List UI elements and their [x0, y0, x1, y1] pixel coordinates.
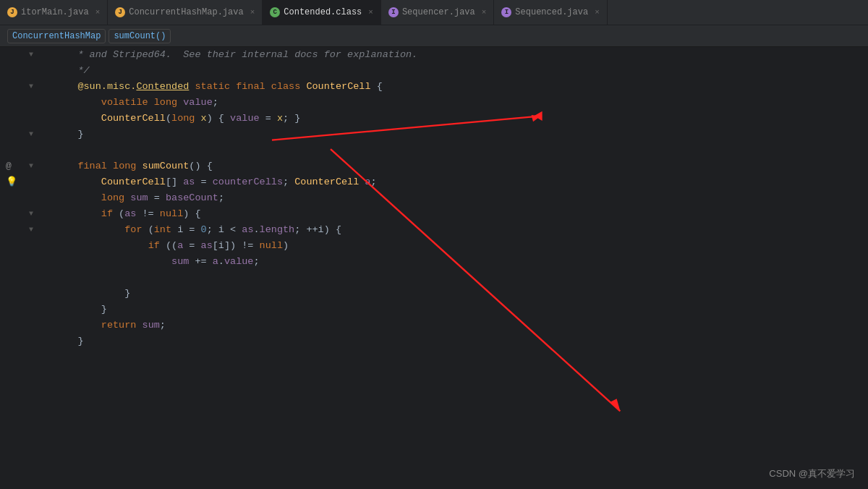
gutter-line-12: ▼ — [0, 222, 41, 238]
gutter-line-4 — [0, 95, 41, 111]
editor-area: ▼ ▼ ▼ @ ▼ 💡 ▼ ▼ — [0, 47, 868, 489]
code-comma-12: ; ++i) { — [294, 222, 341, 238]
close-tab-sequenced[interactable]: × — [595, 8, 600, 17]
code-line-4: volatile long value ; — [54, 95, 861, 111]
tab-sequenced[interactable]: I Sequenced.java × — [494, 0, 607, 25]
code-editor[interactable]: * and Striped64. See their internal docs… — [47, 47, 868, 489]
code-line-8: final long sumCount () { — [54, 158, 861, 174]
gutter-line-2 — [0, 63, 41, 79]
code-indent-4 — [54, 95, 101, 111]
code-kw-null2: null — [260, 238, 283, 254]
code-eq-5: = — [260, 111, 277, 127]
code-line-13: if (( a = as [i]) != null ) — [54, 238, 861, 254]
code-var-sum2: sum — [171, 254, 189, 270]
tab-iteratormain[interactable]: J itorMain.java × — [0, 0, 108, 25]
code-var-a3: a — [213, 254, 218, 270]
gutter-line-13 — [0, 238, 41, 254]
code-space-3b — [230, 79, 236, 95]
code-param-x: x — [201, 111, 207, 127]
fold-arrow-1[interactable]: ▼ — [29, 47, 33, 63]
code-comment-2: */ — [54, 63, 90, 79]
close-tab-concurrenthashmap[interactable]: × — [250, 8, 255, 17]
code-field-aslength: as — [242, 222, 253, 238]
close-tab-contended[interactable]: × — [368, 8, 373, 17]
code-class-countercell: CounterCell — [306, 79, 370, 95]
code-arr-9: [] — [166, 174, 183, 190]
fold-arrow-6[interactable]: ▼ — [29, 127, 33, 143]
code-line-19: } — [54, 333, 861, 349]
gutter-line-7 — [0, 143, 41, 158]
code-paren-13: (( — [160, 238, 177, 254]
code-dot-12: . — [253, 222, 259, 238]
code-line-18: return sum ; — [54, 318, 861, 333]
code-indent-9 — [54, 174, 101, 190]
code-kw-class: class — [271, 79, 301, 95]
tab-concurrenthashmap[interactable]: J ConcurrentHashMap.java × — [108, 0, 263, 25]
breadcrumb-sumcount[interactable]: sumCount() — [109, 29, 171, 43]
code-line-11: if ( as != null ) { — [54, 206, 861, 222]
code-class-cc2: CounterCell — [294, 174, 359, 190]
code-field-as2: as — [201, 238, 213, 254]
code-space-3d — [300, 79, 306, 95]
code-field-length: length — [260, 222, 295, 238]
gutter-line-14 — [0, 254, 41, 270]
code-line-16: } — [54, 286, 861, 302]
code-line-3: @sun.misc.Contended static final class C… — [54, 79, 861, 95]
gutter-line-10 — [0, 190, 41, 206]
fold-arrow-3[interactable]: ▼ — [29, 79, 33, 95]
code-indent-14 — [54, 254, 171, 270]
code-kw-for: for — [124, 222, 142, 238]
code-eq-13: = — [183, 238, 200, 254]
code-op-11: != — [136, 206, 159, 222]
code-line-empty2 — [54, 270, 861, 286]
code-kw-return: return — [101, 318, 137, 333]
code-space-10 — [124, 190, 130, 206]
gutter-line-11: ▼ — [0, 206, 41, 222]
code-line-empty1 — [54, 143, 861, 158]
code-method-sumcount: sumCount — [142, 158, 190, 174]
code-kw-long4: long — [101, 190, 124, 206]
code-semi-14: ; — [253, 254, 259, 270]
code-kw-static: static — [195, 79, 230, 95]
code-kw-long: long — [154, 95, 177, 111]
code-var-sum3: sum — [142, 318, 160, 333]
code-close-13: ) — [283, 238, 289, 254]
code-var-i: i = — [171, 222, 201, 238]
tab-icon-iteratormain: J — [7, 7, 17, 17]
code-indent-5 — [54, 111, 101, 127]
fold-arrow-11[interactable]: ▼ — [29, 206, 33, 222]
code-indent-8 — [54, 158, 77, 174]
code-line-2: */ — [54, 63, 861, 79]
code-paren-5: ( — [166, 111, 171, 127]
fold-arrow-8[interactable]: ▼ — [29, 158, 33, 174]
code-space-8 — [107, 158, 113, 174]
at-marker: @ — [6, 158, 12, 174]
code-line-10: long sum = baseCount ; — [54, 190, 861, 206]
fold-arrow-12[interactable]: ▼ — [29, 222, 33, 238]
gutter-line-15 — [0, 270, 41, 286]
gutter-line-3: ▼ — [0, 79, 41, 95]
tab-sequencer[interactable]: I Sequencer.java × — [381, 0, 494, 25]
close-tab-sequencer[interactable]: × — [482, 8, 487, 17]
tab-contended[interactable]: C Contended.class × — [263, 0, 381, 25]
tab-icon-concurrenthashmap: J — [115, 7, 125, 17]
code-dot-14: . — [218, 254, 224, 270]
code-class-cc: CounterCell — [101, 174, 166, 190]
code-semi-18: ; — [160, 318, 166, 333]
code-indent-11 — [54, 206, 101, 222]
close-tab-iteratormain[interactable]: × — [95, 8, 101, 17]
code-indent-10 — [54, 190, 101, 206]
tab-label-contended: Contended.class — [284, 7, 362, 17]
gutter-line-6: ▼ — [0, 127, 41, 143]
tab-icon-contended: C — [270, 7, 280, 17]
code-paren-12: ( — [142, 222, 154, 238]
code-brace-6: } — [77, 127, 83, 143]
code-param-x2: x — [277, 111, 283, 127]
code-num-0: 0 — [201, 222, 207, 238]
gutter-line-17 — [0, 302, 41, 318]
code-var-a — [359, 174, 365, 190]
code-close-5: ; } — [283, 111, 300, 127]
breadcrumb-concurrenthashmap[interactable]: ConcurrentHashMap — [7, 29, 106, 43]
code-indent-17 — [54, 302, 101, 318]
bulb-icon[interactable]: 💡 — [6, 174, 17, 190]
